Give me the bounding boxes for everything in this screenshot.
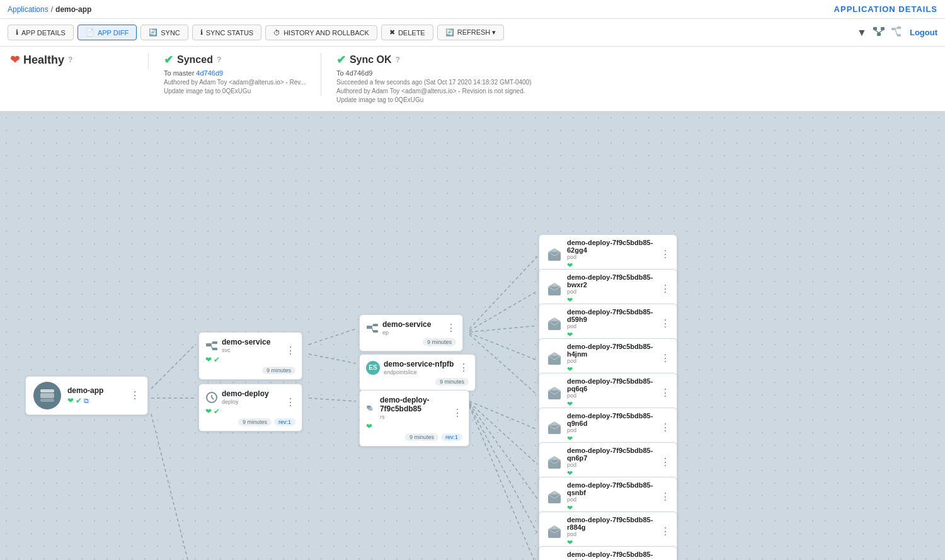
svg-line-20: [469, 334, 537, 395]
sync-help-icon[interactable]: ?: [217, 55, 221, 64]
sync-button[interactable]: 🔄 SYNC: [140, 25, 188, 40]
pod-more-button[interactable]: ⋮: [660, 423, 670, 433]
svc-node[interactable]: demo-service svc ❤ ✔ ⋮ 9 minutes: [198, 332, 302, 380]
history-icon: ⏱: [273, 29, 280, 37]
deploy-more-button[interactable]: ⋮: [285, 397, 295, 408]
rs-node-name: demo-deploy-7f9c5bdb85: [380, 396, 452, 413]
ep-node-type: ep: [382, 329, 431, 336]
app-node[interactable]: demo-app ❤ ✔ ⧉ ⋮: [25, 376, 148, 415]
svg-line-4: [879, 30, 883, 33]
svc-icon: [205, 341, 218, 351]
endpointslice-more-button[interactable]: ⋮: [459, 363, 469, 373]
svg-line-23: [469, 404, 537, 499]
app-details-icon: ℹ: [16, 28, 18, 37]
top-bar: Applications / demo-app APPLICATION DETA…: [0, 0, 945, 19]
endpointslice-node[interactable]: ES demo-service-nfpfb endpointslice ⋮ 9 …: [359, 354, 476, 391]
health-help-icon[interactable]: ?: [68, 55, 72, 64]
endpointslice-node-name: demo-service-nfpfb: [384, 360, 454, 369]
ep-icon: [366, 323, 379, 333]
ep-more-button[interactable]: ⋮: [446, 323, 456, 333]
svg-rect-6: [897, 26, 901, 29]
svg-line-13: [309, 329, 356, 345]
deploy-time-badge: 9 minutes: [238, 418, 272, 426]
filter-icon[interactable]: ▼: [857, 27, 867, 38]
svg-rect-34: [212, 348, 217, 350]
rs-rev-badge: rev:1: [441, 433, 462, 441]
svg-line-9: [895, 29, 897, 35]
refresh-icon: 🔄: [445, 28, 454, 37]
svg-line-12: [151, 414, 195, 560]
syncok-detail1: Succeeded a few seconds ago (Sat Oct 17 …: [336, 78, 532, 87]
pod-cube-icon: [546, 315, 563, 333]
syncok-help-icon[interactable]: ?: [396, 55, 400, 64]
breadcrumb-parent[interactable]: Applications: [8, 5, 49, 14]
pod-node-9[interactable]: demo-deploy-7f9c5bdb85-snkrb pod ❤ ⋮ a m…: [539, 546, 677, 560]
app-sync-icon: ✔: [76, 396, 82, 405]
svg-line-16: [469, 256, 537, 329]
pod-cube-icon: [546, 280, 563, 298]
sync-icon: 🔄: [149, 28, 158, 37]
svg-rect-7: [897, 34, 901, 37]
svg-rect-33: [212, 341, 217, 344]
app-external-link-icon[interactable]: ⧉: [84, 397, 89, 405]
pod-more-button[interactable]: ⋮: [660, 249, 670, 260]
pod-more-button[interactable]: ⋮: [660, 319, 670, 329]
tree-view-icon[interactable]: [891, 26, 905, 40]
syncok-to: To 4d746d9: [336, 69, 532, 77]
delete-icon: ✖: [389, 28, 395, 37]
svg-rect-31: [40, 399, 54, 402]
pod-cube-icon: [546, 419, 563, 437]
svc-more-button[interactable]: ⋮: [285, 346, 295, 356]
svc-node-name: demo-service: [222, 338, 270, 346]
delete-button[interactable]: ✖ DELETE: [381, 25, 433, 40]
status-bar: ❤ Healthy ? ✔ Synced ? To master 4d746d9…: [0, 47, 945, 111]
sync-status-button[interactable]: ℹ SYNC STATUS: [192, 25, 261, 40]
toolbar: ℹ APP DETAILS 📄 APP DIFF 🔄 SYNC ℹ SYNC S…: [0, 19, 945, 47]
endpointslice-time-badge: 9 minutes: [435, 378, 469, 386]
svg-line-14: [309, 354, 356, 363]
rs-icon: [366, 402, 376, 414]
app-diff-button[interactable]: 📄 APP DIFF: [77, 25, 137, 40]
deploy-icon: [205, 391, 218, 404]
refresh-button[interactable]: 🔄 REFRESH ▾: [437, 25, 505, 40]
deploy-health-icon: ❤: [205, 407, 212, 416]
deploy-sync-icon: ✔: [214, 407, 220, 416]
breadcrumb: Applications / demo-app: [8, 5, 91, 14]
svg-rect-2: [877, 33, 881, 36]
endpointslice-node-type: endpointslice: [384, 369, 454, 375]
history-rollback-button[interactable]: ⏱ HISTORY AND ROLLBACK: [265, 25, 377, 40]
svg-rect-5: [891, 28, 895, 30]
pod-cube-icon: [546, 350, 563, 367]
es-badge-icon: ES: [366, 361, 380, 375]
toolbar-left: ℹ APP DETAILS 📄 APP DIFF 🔄 SYNC ℹ SYNC S…: [8, 25, 504, 40]
pod-cube-icon: [546, 557, 563, 561]
pod-more-button[interactable]: ⋮: [660, 457, 670, 467]
pod-more-button[interactable]: ⋮: [660, 527, 670, 537]
svg-line-8: [895, 28, 897, 29]
app-health-icon: ❤: [67, 396, 74, 405]
svc-node-type: svc: [222, 347, 270, 353]
sync-revision-link[interactable]: 4d746d9: [196, 69, 223, 77]
ep-node[interactable]: demo-service ep ⋮ 9 minutes: [359, 314, 463, 351]
rs-more-button[interactable]: ⋮: [452, 408, 462, 418]
app-details-button[interactable]: ℹ APP DETAILS: [8, 25, 74, 40]
deploy-node[interactable]: demo-deploy deploy ❤ ✔ ⋮ 9 minutes rev:1: [198, 384, 302, 431]
svg-line-17: [469, 291, 537, 331]
pod-more-button[interactable]: ⋮: [660, 284, 670, 294]
pod-more-button[interactable]: ⋮: [660, 388, 670, 398]
logout-button[interactable]: Logout: [910, 28, 937, 37]
syncok-label: Sync OK: [350, 54, 392, 66]
app-circle-icon: [33, 382, 61, 409]
sync-author: Authored by Adam Toy <adam@alterus.io> -…: [164, 78, 306, 87]
deploy-node-name: demo-deploy: [222, 389, 269, 398]
pod-more-button[interactable]: ⋮: [660, 492, 670, 502]
pod-more-button[interactable]: ⋮: [660, 353, 670, 363]
deploy-rev-badge: rev:1: [274, 418, 295, 426]
network-view-icon[interactable]: [872, 26, 886, 40]
svg-line-15: [309, 398, 356, 401]
app-more-button[interactable]: ⋮: [130, 391, 140, 401]
rs-node[interactable]: demo-deploy-7f9c5bdb85 rs ❤ ⋮ 9 minutes …: [359, 390, 469, 447]
svg-line-10: [151, 345, 195, 389]
sync-message: Update image tag to 0QExUGu: [164, 87, 306, 96]
svg-line-18: [469, 326, 537, 332]
